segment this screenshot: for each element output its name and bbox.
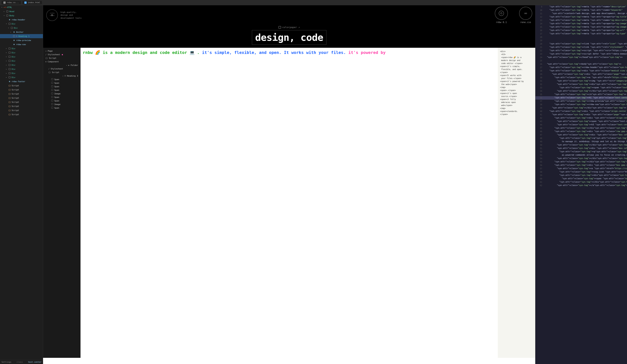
code-line-49[interactable]: 49 to manage it. ask&nbsp; things and le…: [535, 140, 627, 143]
code-line-27[interactable]: 27 "syn-attr">class="syn-tag"><rnbw-head…: [535, 66, 627, 69]
code-line-54[interactable]: 54 "syn-attr">class="syn-tag"></div"syn-…: [535, 157, 627, 160]
code-line-53[interactable]: 53 ai-powered commands allows you to foc…: [535, 154, 627, 157]
code-line-9[interactable]: 9 "syn-attr">class="syn-tag"><meta "syn-…: [535, 5, 627, 9]
tree-item-16[interactable]: Div: [0, 67, 43, 71]
code-line-24[interactable]: 24 "syn-attr">class="syn-tag"></head"syn…: [535, 56, 627, 59]
code-line-16[interactable]: 16 "syn-attr">class="syn-tag"><meta "syn…: [535, 29, 627, 32]
tree-arrow-8[interactable]: [10, 35, 12, 37]
code-line-60[interactable]: 60 "syn-attr">class="syn-tag"><span "syn…: [535, 177, 627, 180]
code-line-37[interactable]: 37 "syn-attr">class="syn-tag"><rnbw-prev…: [535, 100, 627, 103]
tree-item-15[interactable]: Div: [0, 63, 43, 67]
code-line-12[interactable]: 12 "syn-attr">class="syn-tag"><meta "syn…: [535, 15, 627, 19]
tree-arrow-21[interactable]: [5, 89, 7, 91]
code-line-26[interactable]: 26 "syn-attr">class="syn-tag"><body"syn-…: [535, 62, 627, 66]
tree-arrow-5[interactable]: [5, 23, 7, 25]
settings-label[interactable]: Settings: [1, 361, 11, 363]
code-line-43[interactable]: 43 "syn-attr">class="syn-tag"><span "syn…: [535, 120, 627, 123]
tree-item-7[interactable]: ⊛Anchor: [0, 30, 43, 34]
tree-item-22[interactable]: {}Script: [0, 92, 43, 96]
file-tree-item-span[interactable]: Span: [43, 106, 80, 110]
file-tree-item-span[interactable]: Span: [43, 99, 80, 103]
code-line-35[interactable]: 35 "syn-attr">class="syn-tag"></a"syn-at…: [535, 93, 627, 96]
code-line-34[interactable]: 34 "syn-attr">class="syn-tag"></div"syn-…: [535, 90, 627, 93]
code-line-29[interactable]: 29 "syn-attr">class="syn-tag"><div "syn-…: [535, 73, 627, 76]
tree-arrow-25[interactable]: [5, 105, 7, 107]
tree-arrow-23[interactable]: [5, 97, 7, 99]
code-line-30[interactable]: 30 "syn-attr">class="syn-tag"><a "syn-at…: [535, 76, 627, 79]
code-line-11[interactable]: 11 "syn-attr">content="web design, web a…: [535, 12, 627, 15]
code-line-45[interactable]: 45 "syn-attr">class="syn-tag"></div"syn-…: [535, 127, 627, 130]
tree-arrow-13[interactable]: [5, 56, 7, 58]
file-tree-item-span[interactable]: Span: [43, 85, 80, 88]
code-line-42[interactable]: 42 "syn-attr">class="syn-tag"><div "syn-…: [535, 116, 627, 120]
code-line-22[interactable]: 22 "syn-attr">class="syn-tag"><script "s…: [535, 49, 627, 52]
code-line-32[interactable]: 32 "syn-attr">class="syn-tag"><div"syn-a…: [535, 83, 627, 86]
tab-rnbw[interactable]: rnbw.co...: [1, 1, 21, 4]
code-line-25[interactable]: 25: [535, 59, 627, 62]
tree-arrow-20[interactable]: [5, 84, 7, 87]
tree-item-27[interactable]: {}Script: [0, 112, 43, 116]
code-line-21[interactable]: 21 "syn-attr">class="syn-tag"><link "syn…: [535, 46, 627, 49]
rene-circle-btn[interactable]: oo: [519, 7, 532, 20]
code-line-18[interactable]: 18: [535, 36, 627, 39]
code-editor[interactable]: 9 "syn-attr">class="syn-tag"><meta "syn-…: [535, 5, 627, 364]
tree-arrow-18[interactable]: [5, 76, 7, 78]
code-line-41[interactable]: 41 "syn-attr">class="syn-tag"><div "syn-…: [535, 113, 627, 116]
code-line-10[interactable]: 10 "syn-attr">class="syn-tag"><meta "syn…: [535, 9, 627, 12]
file-tree-item-span[interactable]: Span: [43, 78, 80, 81]
code-line-56[interactable]: 56 "syn-attr">class="syn-tag"><div "syn-…: [535, 164, 627, 167]
tree-item-3[interactable]: Body: [0, 13, 43, 18]
code-line-58[interactable]: 58 "syn-attr">class="syn-tag"><svg-icon …: [535, 170, 627, 174]
file-tree-item-heading-3[interactable]: ▾HHeading 3: [43, 74, 80, 78]
code-line-28[interactable]: 28 "syn-attr">class="syn-tag"><div "syn-…: [535, 69, 627, 73]
tree-arrow-12[interactable]: [5, 52, 7, 54]
tree-arrow-17[interactable]: [5, 72, 7, 74]
tree-item-6[interactable]: Div: [0, 26, 43, 30]
code-line-14[interactable]: 14 "syn-attr">class="syn-tag"><meta "syn…: [535, 22, 627, 25]
code-line-47[interactable]: 47 "syn-attr">class="syn-tag"><div "syn-…: [535, 133, 627, 137]
code-line-15[interactable]: 15 "syn-attr">class="syn-tag"><meta "syn…: [535, 25, 627, 29]
code-line-59[interactable]: 59 "syn-attr">class="syn-tag"><div"syn-a…: [535, 174, 627, 177]
tree-arrow-22[interactable]: [5, 93, 7, 95]
tree-item-19[interactable]: ⊛rnbw-footer: [0, 79, 43, 84]
tree-arrow-4[interactable]: [5, 19, 7, 21]
tree-arrow-6[interactable]: [7, 27, 10, 29]
code-line-51[interactable]: 51 "syn-attr">class="syn-tag"><div "syn-…: [535, 147, 627, 150]
code-line-36[interactable]: 36 "syn-attr">class="syn-tag"><h1 "syn-a…: [535, 96, 627, 100]
file-tree-item-span[interactable]: Span: [43, 81, 80, 85]
code-line-31[interactable]: 31 "syn-attr">class="syn-tag"><img "syn-…: [535, 79, 627, 83]
tree-arrow-26[interactable]: [5, 109, 7, 111]
tree-arrow-2[interactable]: [3, 10, 5, 12]
code-line-62[interactable]: 62 "syn-attr">class="syn-tag"></a"syn-at…: [535, 184, 627, 187]
tree-arrow-15[interactable]: [5, 64, 7, 66]
code-line-20[interactable]: 20 "syn-attr">class="syn-tag"><link "syn…: [535, 42, 627, 46]
tree-item-5[interactable]: Div: [0, 22, 43, 26]
tree-item-2[interactable]: Head: [0, 9, 43, 13]
code-line-46[interactable]: 46 "syn-attr">class="syn-tag"><div "syn-…: [535, 130, 627, 133]
tree-item-10[interactable]: ⊛rnbw-nav: [0, 42, 43, 47]
tree-item-17[interactable]: Div: [0, 71, 43, 75]
code-line-44[interactable]: 44 "syn-attr">class="syn-tag"><h3 "syn-a…: [535, 123, 627, 127]
file-tree-item-page[interactable]: ▭Page: [43, 49, 80, 53]
tree-item-1[interactable]: </>HTML: [0, 5, 43, 9]
rnbw-circle-btn[interactable]: [495, 7, 508, 20]
file-tree-item-image[interactable]: Image: [43, 103, 80, 106]
code-line-19[interactable]: 19: [535, 39, 627, 42]
tree-item-18[interactable]: Div: [0, 75, 43, 79]
tree-item-9[interactable]: ⊛rnbw-preview: [0, 38, 43, 42]
tree-item-24[interactable]: {}Script: [0, 100, 43, 104]
code-line-40[interactable]: 40 "syn-attr">class="syn-tag"><div "syn-…: [535, 110, 627, 113]
tree-arrow-9[interactable]: [10, 39, 12, 41]
code-line-57[interactable]: 57 "syn-attr">class="syn-tag"><a "syn-at…: [535, 167, 627, 170]
tree-item-4[interactable]: ⊛rnbw-header: [0, 18, 43, 22]
tree-item-8[interactable]: HHeading 1: [0, 34, 43, 38]
tree-item-11[interactable]: Div: [0, 47, 43, 51]
code-line-61[interactable]: 61 "syn-attr">class="syn-tag"></div"syn-…: [535, 180, 627, 184]
file-tree-item-stylesheet[interactable]: ∕Stylesheet: [43, 67, 80, 71]
code-line-17[interactable]: 17 "syn-attr">class="syn-tag"><meta "syn…: [535, 32, 627, 36]
tree-item-14[interactable]: Div: [0, 59, 43, 63]
tree-item-13[interactable]: Div: [0, 55, 43, 59]
code-line-48[interactable]: 48 "syn-attr">class="syn-tag"><p"syn-att…: [535, 137, 627, 140]
tree-item-20[interactable]: {}Script: [0, 84, 43, 88]
file-tree-item-component[interactable]: ⊛Component: [43, 60, 80, 63]
